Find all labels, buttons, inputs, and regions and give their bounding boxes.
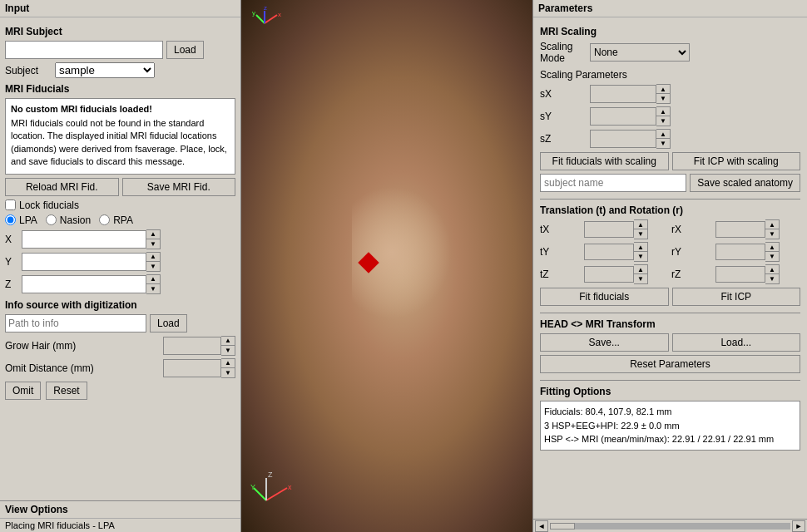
save-mri-fid-button[interactable]: Save MRI Fid. xyxy=(122,178,236,196)
tz-spin-down[interactable]: ▼ xyxy=(634,274,647,283)
rx-spin-up[interactable]: ▲ xyxy=(765,220,779,229)
rpa-radio[interactable] xyxy=(99,214,110,225)
ry-spin-down[interactable]: ▼ xyxy=(765,252,779,261)
sy-spin-up[interactable]: ▲ xyxy=(656,107,670,116)
svg-line-1 xyxy=(256,15,265,23)
svg-text:x: x xyxy=(288,483,292,491)
omit-button[interactable]: Omit xyxy=(5,382,41,400)
warning-title: No custom MRI fiducials loaded! xyxy=(11,104,230,114)
ty-input[interactable]: 0.00 xyxy=(584,244,634,260)
x-input[interactable]: -80.13 xyxy=(22,230,146,249)
sz-spin-down[interactable]: ▼ xyxy=(656,139,670,148)
lpa-radio[interactable] xyxy=(5,214,16,225)
z-spin-up[interactable]: ▲ xyxy=(146,275,160,284)
reset-button[interactable]: Reset xyxy=(46,382,87,400)
rz-input[interactable]: 0.00 xyxy=(715,266,765,283)
reload-mri-fid-button[interactable]: Reload MRI Fid. xyxy=(5,178,119,196)
translation-grid: tX 0.00 ▲ ▼ rX 0.00 ▲ ▼ xyxy=(540,219,800,284)
omit-distance-spin-arrows: ▲ ▼ xyxy=(221,358,235,378)
tx-input[interactable]: 0.00 xyxy=(584,221,634,238)
grow-hair-input[interactable]: 0.00 xyxy=(163,337,221,355)
rx-spin-arrows: ▲ ▼ xyxy=(765,219,780,239)
sz-spinbox: 100.00 ▲ ▼ xyxy=(590,129,671,149)
left-panel: Input MRI Subject a/MNE-sample-data/subj… xyxy=(0,0,241,532)
fit-fiducials-scaling-button[interactable]: Fit fiducials with scaling xyxy=(540,152,669,170)
x-coord-row: X -80.13 ▲ ▼ xyxy=(5,229,235,249)
fitting-line-1: Fiducials: 80.4, 107.9, 82.1 mm xyxy=(544,405,796,419)
y-spin-up[interactable]: ▲ xyxy=(146,253,160,262)
rz-spin-up[interactable]: ▲ xyxy=(765,265,779,274)
mri-subject-path-input[interactable]: a/MNE-sample-data/subjects xyxy=(5,41,163,59)
omit-distance-spin-down[interactable]: ▼ xyxy=(221,368,235,377)
subject-select[interactable]: sample xyxy=(55,62,155,78)
rz-label: rZ xyxy=(671,268,713,280)
divider-2 xyxy=(540,313,800,313)
scroll-thumb[interactable] xyxy=(550,523,575,530)
sz-spin-up[interactable]: ▲ xyxy=(656,130,670,139)
ry-label: rY xyxy=(671,246,713,258)
ty-spin-up[interactable]: ▲ xyxy=(634,243,647,252)
sy-input[interactable]: 100.00 xyxy=(590,107,656,126)
nasion-radio[interactable] xyxy=(46,214,57,225)
lock-fiducials-checkbox[interactable] xyxy=(5,200,16,210)
omit-distance-input[interactable]: 10.00 xyxy=(163,359,221,377)
tx-spin-up[interactable]: ▲ xyxy=(634,220,647,229)
tz-spin-arrows: ▲ ▼ xyxy=(634,264,648,284)
scroll-right-arrow[interactable]: ► xyxy=(792,520,805,532)
center-viewport[interactable]: x y z x Y Z xyxy=(241,0,532,532)
y-input[interactable]: 2.20 xyxy=(22,253,146,271)
scroll-track[interactable] xyxy=(550,523,790,530)
head-mri-load-button[interactable]: Load... xyxy=(672,333,801,352)
head-mri-save-button[interactable]: Save... xyxy=(540,333,669,352)
fit-icp-button[interactable]: Fit ICP xyxy=(672,288,801,306)
grow-hair-spin-up[interactable]: ▲ xyxy=(221,337,235,346)
sy-spin-down[interactable]: ▼ xyxy=(656,116,670,126)
y-spin-down[interactable]: ▼ xyxy=(146,262,160,271)
omit-distance-spin-up[interactable]: ▲ xyxy=(221,359,235,368)
path-to-info-input[interactable] xyxy=(5,314,146,332)
info-load-button[interactable]: Load xyxy=(150,314,187,332)
sy-spinbox: 100.00 ▲ ▼ xyxy=(590,106,671,126)
fit-icp-scaling-button[interactable]: Fit ICP with scaling xyxy=(672,152,801,170)
fitting-text-box: Fiducials: 80.4, 107.9, 82.1 mm 3 HSP+EE… xyxy=(540,401,800,451)
rx-input[interactable]: 0.00 xyxy=(715,221,765,238)
scaling-params-label: Scaling Parameters xyxy=(540,69,800,81)
tz-spin-up[interactable]: ▲ xyxy=(634,265,647,274)
scroll-left-arrow[interactable]: ◄ xyxy=(535,520,548,532)
fit-fiducials-button[interactable]: Fit fiducials xyxy=(540,288,669,306)
scaling-mode-select[interactable]: None xyxy=(590,43,690,62)
ry-spin-up[interactable]: ▲ xyxy=(765,243,779,252)
sx-input[interactable]: 100.00 xyxy=(590,85,656,103)
ty-label: tY xyxy=(540,246,582,258)
lpa-radio-label: LPA xyxy=(5,214,37,226)
sz-input[interactable]: 100.00 xyxy=(590,130,656,148)
subject-name-input[interactable] xyxy=(540,174,686,192)
fiducial-radio-row: LPA Nasion RPA xyxy=(5,214,235,226)
sx-spin-up[interactable]: ▲ xyxy=(656,85,670,94)
z-spin-down[interactable]: ▼ xyxy=(146,284,160,293)
tz-input[interactable]: 0.00 xyxy=(584,266,634,283)
status-bar: Placing MRI fiducials - LPA xyxy=(0,518,240,532)
omit-reset-row: Omit Reset xyxy=(5,382,235,400)
sz-row: sZ 100.00 ▲ ▼ xyxy=(540,129,800,149)
z-input[interactable]: -5.92 xyxy=(22,275,146,293)
omit-distance-label: Omit Distance (mm) xyxy=(5,362,163,374)
grow-hair-label: Grow Hair (mm) xyxy=(5,340,163,352)
sx-spin-down[interactable]: ▼ xyxy=(656,94,670,103)
ty-spin-down[interactable]: ▼ xyxy=(634,252,647,261)
tz-label: tZ xyxy=(540,268,582,280)
save-scaled-anatomy-button[interactable]: Save scaled anatomy xyxy=(690,174,800,192)
tx-spin-down[interactable]: ▼ xyxy=(634,229,647,239)
rpa-radio-label: RPA xyxy=(99,214,133,226)
rx-spin-down[interactable]: ▼ xyxy=(765,229,779,239)
x-spin-down[interactable]: ▼ xyxy=(146,239,160,249)
rz-spin-down[interactable]: ▼ xyxy=(765,274,779,283)
ry-input[interactable]: 0.00 xyxy=(715,244,765,260)
grow-hair-spin-down[interactable]: ▼ xyxy=(221,346,235,355)
translation-title: Translation (t) and Rotation (r) xyxy=(540,204,800,216)
mri-subject-load-button[interactable]: Load xyxy=(166,41,204,59)
x-spin-up[interactable]: ▲ xyxy=(146,230,160,239)
reset-parameters-button[interactable]: Reset Parameters xyxy=(540,355,800,373)
head-mri-section: HEAD <> MRI Transform Save... Load... Re… xyxy=(540,318,800,373)
tx-label: tX xyxy=(540,224,582,235)
